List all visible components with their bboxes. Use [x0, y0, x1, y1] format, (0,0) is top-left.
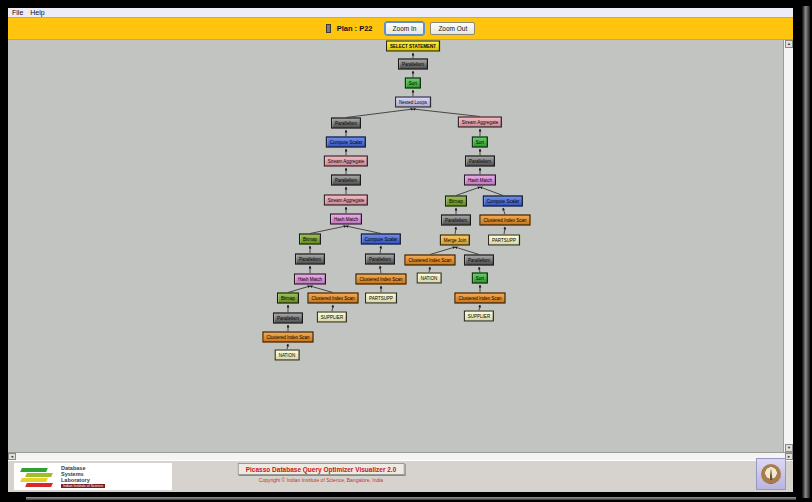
menu-item-file[interactable]: File — [12, 8, 23, 18]
plan-node-sort[interactable]: Sort — [472, 273, 488, 284]
menu-bar: File Help — [8, 8, 793, 18]
picasso-app-window: File Help Plan : P22 Zoom In Zoom Out SE… — [8, 8, 793, 492]
plan-node-parallelism[interactable]: Parallelism — [464, 255, 494, 266]
app-title: Picasso Database Query Optimizer Visuali… — [238, 463, 405, 475]
dsl-logo-subtitle: Indian Institute of Science — [61, 484, 105, 489]
vertical-scrollbar[interactable]: ▲ ▼ — [783, 40, 793, 452]
plan-node-parallelism[interactable]: Parallelism — [365, 254, 395, 265]
plan-node-supplier[interactable]: SUPPLIER — [464, 311, 494, 322]
footer-credit: Picasso Database Query Optimizer Visuali… — [238, 463, 405, 483]
plan-node-clustered-index-scan[interactable]: Clustered Index Scan — [479, 215, 530, 226]
plan-node-compute-scalar[interactable]: Compute Scalar — [326, 137, 366, 148]
plan-node-clustered-index-scan[interactable]: Clustered Index Scan — [307, 293, 358, 304]
plan-edge — [480, 187, 503, 196]
copyright-text: Copyright © Indian Institute of Science,… — [259, 477, 383, 483]
plan-node-sort[interactable]: Sort — [405, 78, 421, 89]
plan-node-parallelism[interactable]: Parallelism — [295, 254, 325, 265]
plan-node-stream-aggregate[interactable]: Stream Aggregate — [458, 117, 502, 128]
toolbar: Plan : P22 Zoom In Zoom Out — [8, 18, 793, 40]
plan-node-nested-loops[interactable]: Nested Loops — [395, 97, 431, 108]
iisc-logo — [756, 458, 786, 490]
plan-edge — [430, 247, 455, 255]
plan-node-parallelism[interactable]: Parallelism — [441, 215, 471, 226]
plan-node-parallelism[interactable]: Parallelism — [465, 156, 495, 167]
frame-bezel-right — [802, 6, 810, 498]
scroll-up-icon[interactable]: ▲ — [785, 40, 793, 48]
plan-node-bitmap[interactable]: Bitmap — [299, 234, 321, 245]
menu-item-help[interactable]: Help — [30, 8, 44, 18]
plan-node-clustered-index-scan[interactable]: Clustered Index Scan — [404, 255, 455, 266]
dsl-logo-text-line3: Laboratory — [61, 477, 105, 483]
plan-node-compute-scalar[interactable]: Compute Scalar — [483, 196, 523, 207]
plan-node-hash-match[interactable]: Hash Match — [330, 214, 362, 225]
scroll-left-icon[interactable]: ◄ — [8, 453, 16, 460]
plan-node-hash-match[interactable]: Hash Match — [464, 175, 496, 186]
plan-node-select-statement[interactable]: SELECT STATEMENT — [386, 41, 440, 52]
plan-edge — [346, 109, 413, 118]
plan-node-hash-match[interactable]: Hash Match — [294, 274, 326, 285]
plan-node-sort[interactable]: Sort — [472, 137, 488, 148]
plan-edge — [380, 246, 381, 254]
plan-color-swatch — [326, 24, 331, 33]
plan-edge — [504, 227, 505, 235]
dsl-bar — [20, 468, 48, 472]
plan-edge — [380, 266, 381, 274]
plan-edge — [455, 247, 479, 255]
plan-node-nation[interactable]: NATION — [417, 273, 442, 284]
plan-node-supplier[interactable]: SUPPLIER — [317, 312, 347, 323]
plan-canvas-layer: SELECT STATEMENTParallelismSortNested Lo… — [8, 40, 783, 452]
plan-node-clustered-index-scan[interactable]: Clustered Index Scan — [262, 332, 313, 343]
zoom-in-button[interactable]: Zoom In — [385, 22, 425, 35]
dsl-bar — [25, 483, 53, 487]
plan-node-compute-scalar[interactable]: Compute Scalar — [361, 234, 401, 245]
plan-node-merge-join[interactable]: Merge Join — [440, 235, 470, 246]
dsl-bar — [25, 473, 53, 477]
plan-node-clustered-index-scan[interactable]: Clustered Index Scan — [355, 274, 406, 285]
plan-canvas: SELECT STATEMENTParallelismSortNested Lo… — [8, 40, 793, 452]
scroll-right-icon[interactable]: ► — [785, 453, 793, 460]
plan-node-bitmap[interactable]: Bitmap — [445, 196, 467, 207]
plan-label: Plan : P22 — [337, 24, 373, 33]
plan-node-stream-aggregate[interactable]: Stream Aggregate — [324, 156, 368, 167]
frame-bezel-bottom — [26, 497, 796, 500]
plan-edge — [346, 226, 381, 234]
plan-node-nation[interactable]: NATION — [275, 350, 300, 361]
plan-node-bitmap[interactable]: Bitmap — [277, 293, 299, 304]
plan-edge — [310, 226, 346, 234]
dsl-logo-bars-icon — [17, 466, 61, 488]
plan-node-partsupp[interactable]: PARTSUPP — [488, 235, 520, 246]
zoom-out-button[interactable]: Zoom Out — [430, 22, 475, 35]
dsl-bar — [20, 478, 48, 482]
plan-node-parallelism[interactable]: Parallelism — [273, 313, 303, 324]
plan-edge — [413, 109, 480, 117]
plan-node-stream-aggregate[interactable]: Stream Aggregate — [324, 195, 368, 206]
plan-edge — [455, 227, 456, 235]
plan-edge — [456, 187, 480, 196]
horizontal-scrollbar[interactable]: ◄ ► — [8, 452, 793, 460]
iisc-emblem-icon — [761, 464, 781, 484]
scroll-down-icon[interactable]: ▼ — [785, 444, 793, 452]
plan-node-parallelism[interactable]: Parallelism — [331, 175, 361, 186]
plan-node-parallelism[interactable]: Parallelism — [331, 118, 361, 129]
plan-node-parallelism[interactable]: Parallelism — [398, 59, 428, 70]
screenshot-frame: File Help Plan : P22 Zoom In Zoom Out SE… — [0, 0, 812, 502]
footer: Database Systems Laboratory Indian Insti… — [8, 460, 793, 490]
plan-node-partsupp[interactable]: PARTSUPP — [365, 293, 397, 304]
dsl-logo: Database Systems Laboratory Indian Insti… — [14, 463, 172, 490]
plan-node-clustered-index-scan[interactable]: Clustered Index Scan — [454, 293, 505, 304]
